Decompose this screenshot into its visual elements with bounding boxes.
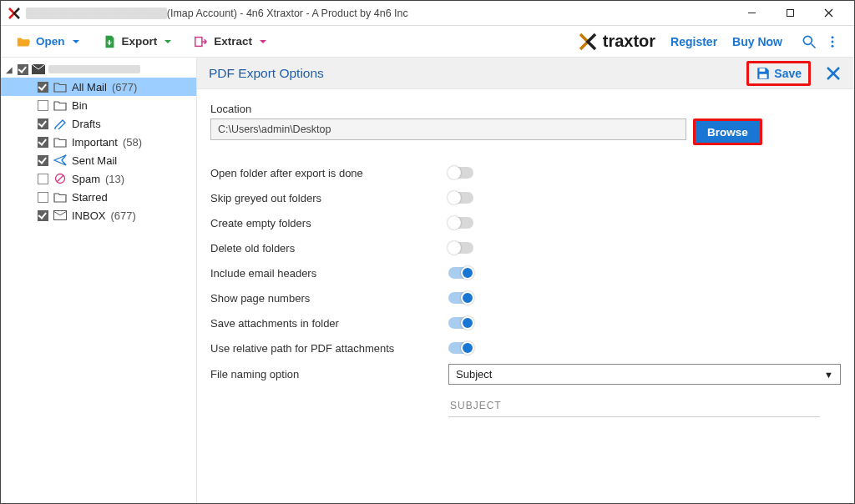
svg-rect-14 bbox=[760, 68, 766, 72]
option-row: Delete old folders bbox=[210, 235, 841, 260]
toggle-switch[interactable] bbox=[448, 267, 473, 279]
checkbox[interactable] bbox=[18, 64, 28, 75]
tree-item-all-mail[interactable]: All Mail (677) bbox=[1, 78, 196, 96]
tree-item-count: (13) bbox=[105, 173, 124, 185]
option-label: Skip greyed out folders bbox=[210, 192, 448, 204]
folder-open-icon bbox=[16, 34, 31, 49]
tree-item-important[interactable]: Important (58) bbox=[1, 133, 196, 151]
option-row: Include email headers bbox=[210, 260, 841, 285]
browse-button[interactable]: Browse bbox=[696, 121, 760, 143]
more-menu-button[interactable] bbox=[821, 30, 844, 53]
svg-rect-1 bbox=[787, 10, 793, 17]
tree-item-label: INBOX bbox=[72, 209, 105, 222]
window-close-button[interactable] bbox=[809, 1, 847, 26]
svg-rect-4 bbox=[195, 37, 202, 46]
tree-item-count: (677) bbox=[110, 209, 135, 222]
sent-icon bbox=[53, 154, 67, 166]
svg-rect-15 bbox=[760, 73, 767, 78]
open-menu-button[interactable]: Open bbox=[11, 31, 85, 53]
tree-item-sent-mail[interactable]: Sent Mail bbox=[1, 151, 196, 169]
brand-logo: traxtor bbox=[578, 32, 655, 52]
option-row: Show page numbers bbox=[210, 285, 841, 310]
save-button[interactable]: Save bbox=[746, 61, 811, 86]
search-button[interactable] bbox=[797, 30, 821, 53]
location-input[interactable] bbox=[210, 118, 686, 140]
svg-point-7 bbox=[832, 36, 834, 38]
tree-item-spam[interactable]: Spam (13) bbox=[1, 169, 196, 188]
export-menu-button[interactable]: Export bbox=[97, 31, 178, 53]
checkbox[interactable] bbox=[38, 210, 48, 221]
folder-tree-sidebar: ◢ All Mail (677)BinDraftsImportant (58)S… bbox=[1, 58, 197, 503]
spam-icon bbox=[53, 173, 67, 184]
export-options-panel: PDF Export Options Save Location Browse … bbox=[197, 58, 854, 503]
toggle-switch[interactable] bbox=[448, 317, 473, 329]
file-naming-label: File naming option bbox=[210, 368, 448, 381]
tree-item-drafts[interactable]: Drafts bbox=[1, 114, 196, 133]
chevron-down-icon bbox=[72, 38, 80, 46]
save-label: Save bbox=[774, 67, 802, 80]
option-label: Use relative path for PDF attachments bbox=[210, 342, 448, 355]
tree-root-account[interactable]: ◢ bbox=[1, 61, 196, 78]
option-label: Delete old folders bbox=[210, 242, 448, 255]
option-label: Show page numbers bbox=[210, 292, 448, 305]
tree-item-starred[interactable]: Starred bbox=[1, 188, 196, 206]
toggle-switch[interactable] bbox=[448, 342, 473, 354]
folder-icon bbox=[53, 136, 67, 148]
checkbox[interactable] bbox=[38, 192, 48, 203]
extract-menu-button[interactable]: Extract bbox=[189, 31, 272, 53]
tree-item-inbox[interactable]: INBOX (677) bbox=[1, 206, 196, 224]
toggle-switch[interactable] bbox=[448, 167, 473, 179]
file-naming-select[interactable]: Subject ▼ bbox=[448, 364, 841, 385]
toggle-switch[interactable] bbox=[448, 242, 473, 254]
checkbox[interactable] bbox=[38, 174, 48, 184]
tree-item-count: (677) bbox=[112, 81, 137, 93]
main-toolbar: Open Export Extract traxtor Register Buy… bbox=[1, 26, 854, 58]
chevron-down-icon: ▼ bbox=[824, 370, 833, 380]
toggle-switch[interactable] bbox=[448, 217, 473, 229]
folder-icon bbox=[53, 99, 67, 111]
tree-item-label: Spam bbox=[72, 173, 100, 185]
tree-item-label: All Mail bbox=[72, 81, 107, 93]
buy-now-link[interactable]: Buy Now bbox=[732, 35, 782, 48]
window-maximize-button[interactable] bbox=[771, 1, 809, 26]
extract-icon bbox=[194, 34, 209, 49]
inbox-icon bbox=[53, 209, 67, 221]
tree-item-bin[interactable]: Bin bbox=[1, 96, 196, 114]
checkbox[interactable] bbox=[38, 100, 48, 111]
option-label: Save attachments in folder bbox=[210, 317, 448, 330]
save-icon bbox=[756, 66, 771, 81]
register-link[interactable]: Register bbox=[670, 35, 717, 48]
file-naming-preview: SUBJECT bbox=[448, 398, 820, 417]
window-titlebar: xxxxxxxxxxxxxxxxxxxxxxxxxxx(Imap Account… bbox=[1, 1, 854, 26]
extract-label: Extract bbox=[214, 35, 252, 48]
checkbox[interactable] bbox=[38, 155, 48, 166]
app-logo-icon bbox=[8, 7, 21, 20]
panel-title: PDF Export Options bbox=[209, 66, 746, 81]
svg-point-8 bbox=[832, 40, 834, 43]
folder-icon bbox=[53, 191, 67, 203]
option-row: Create empty folders bbox=[210, 210, 841, 235]
checkbox[interactable] bbox=[38, 137, 48, 148]
file-naming-value: Subject bbox=[456, 368, 492, 381]
panel-header: PDF Export Options Save bbox=[197, 58, 854, 89]
window-title: xxxxxxxxxxxxxxxxxxxxxxxxxxx(Imap Account… bbox=[26, 8, 732, 19]
window-minimize-button[interactable] bbox=[732, 1, 771, 26]
svg-line-6 bbox=[812, 43, 816, 48]
option-label: Create empty folders bbox=[210, 217, 448, 229]
envelope-icon bbox=[32, 63, 45, 75]
expander-icon[interactable]: ◢ bbox=[6, 65, 14, 74]
toggle-switch[interactable] bbox=[448, 192, 473, 204]
folder-icon bbox=[53, 81, 67, 93]
chevron-down-icon bbox=[259, 38, 267, 46]
svg-line-12 bbox=[57, 175, 63, 182]
chevron-down-icon bbox=[164, 38, 172, 46]
checkbox[interactable] bbox=[38, 118, 48, 129]
option-label: Open folder after export is done bbox=[210, 167, 448, 179]
close-panel-button[interactable] bbox=[824, 64, 842, 83]
option-row: Use relative path for PDF attachments bbox=[210, 335, 841, 360]
location-label: Location bbox=[210, 103, 841, 115]
checkbox[interactable] bbox=[38, 82, 48, 93]
toggle-switch[interactable] bbox=[448, 292, 473, 304]
tree-item-label: Drafts bbox=[72, 118, 101, 130]
drafts-icon bbox=[53, 118, 67, 129]
